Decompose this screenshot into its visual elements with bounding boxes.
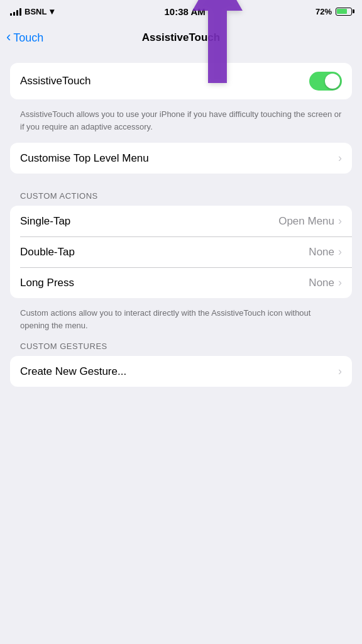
custom-actions-header: CUSTOM ACTIONS xyxy=(10,191,352,206)
wifi-icon: ▾ xyxy=(50,6,54,16)
signal-icon xyxy=(10,7,21,16)
assistivetouch-toggle[interactable] xyxy=(309,72,342,91)
custom-gestures-header: CUSTOM GESTURES xyxy=(10,341,352,356)
create-gesture-row[interactable]: Create New Gesture... › xyxy=(10,356,352,387)
status-right: 72% xyxy=(315,7,352,16)
long-press-row[interactable]: Long Press None › xyxy=(10,267,352,298)
status-bar: BSNL ▾ 10:38 AM 72% xyxy=(0,0,362,23)
assistivetouch-description: AssistiveTouch allows you to use your iP… xyxy=(10,104,352,143)
double-tap-value-text: None xyxy=(309,246,334,258)
back-label: Touch xyxy=(13,31,43,45)
single-tap-label: Single-Tap xyxy=(20,215,70,228)
back-chevron-icon: ‹ xyxy=(6,30,11,44)
double-tap-chevron-icon: › xyxy=(338,245,342,258)
assistivetouch-toggle-row[interactable]: AssistiveTouch xyxy=(10,63,352,99)
battery-icon xyxy=(336,8,352,16)
status-time: 10:38 AM xyxy=(165,6,206,17)
nav-header: ‹ Touch AssistiveTouch xyxy=(0,23,362,53)
toggle-knob xyxy=(325,74,340,89)
custom-gestures-card: Create New Gesture... › xyxy=(10,356,352,387)
double-tap-value: None › xyxy=(309,245,342,258)
back-button[interactable]: ‹ Touch xyxy=(6,31,43,45)
status-left: BSNL ▾ xyxy=(10,6,54,16)
long-press-value: None › xyxy=(309,276,342,289)
double-tap-label: Double-Tap xyxy=(20,246,75,258)
long-press-chevron-icon: › xyxy=(338,276,342,289)
customise-top-level-menu-row[interactable]: Customise Top Level Menu › xyxy=(10,143,352,174)
long-press-label: Long Press xyxy=(20,277,74,289)
page-title: AssistiveTouch xyxy=(142,31,220,44)
battery-percent: 72% xyxy=(315,7,332,16)
single-tap-chevron-icon: › xyxy=(338,214,342,228)
custom-actions-card: Single-Tap Open Menu › Double-Tap None ›… xyxy=(10,206,352,298)
create-gesture-label: Create New Gesture... xyxy=(20,365,126,378)
single-tap-value: Open Menu › xyxy=(278,214,342,228)
custom-actions-footer: Custom actions allow you to interact dir… xyxy=(10,303,352,341)
create-gesture-chevron-icon: › xyxy=(338,365,342,378)
carrier-label: BSNL xyxy=(25,7,47,16)
customise-menu-label: Customise Top Level Menu xyxy=(20,152,149,165)
assistivetouch-label: AssistiveTouch xyxy=(20,75,90,87)
single-tap-value-text: Open Menu xyxy=(278,215,334,228)
customise-menu-chevron-icon: › xyxy=(338,152,342,165)
assistivetouch-card: AssistiveTouch xyxy=(10,63,352,99)
double-tap-row[interactable]: Double-Tap None › xyxy=(10,236,352,267)
single-tap-row[interactable]: Single-Tap Open Menu › xyxy=(10,206,352,236)
content-area: AssistiveTouch AssistiveTouch allows you… xyxy=(0,53,362,387)
long-press-value-text: None xyxy=(309,277,334,289)
